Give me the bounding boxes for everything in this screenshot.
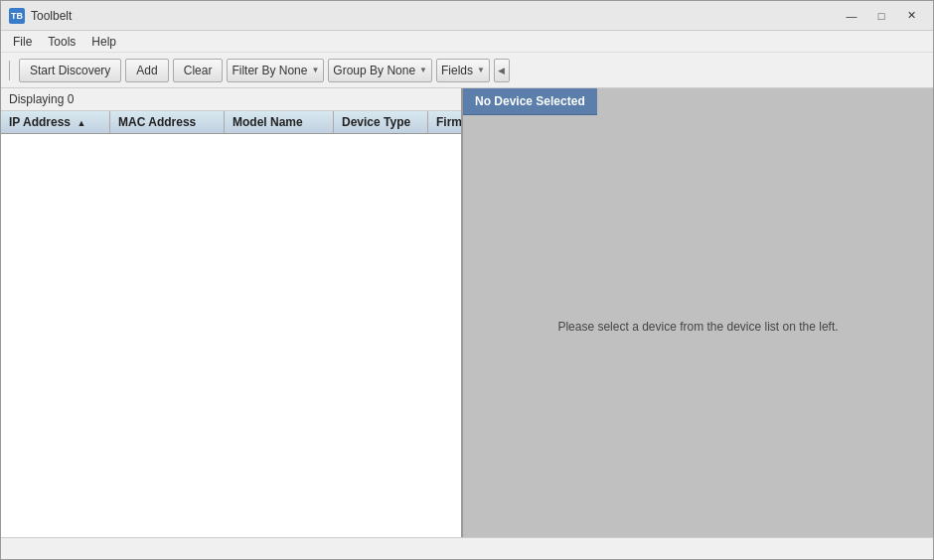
fields-dropdown[interactable]: Fields ▼ <box>436 59 490 82</box>
title-bar: TB Toolbelt — □ ✕ <box>1 1 933 31</box>
start-discovery-button[interactable]: Start Discovery <box>19 59 121 82</box>
menu-help[interactable]: Help <box>83 33 124 51</box>
maximize-button[interactable]: □ <box>867 6 895 26</box>
right-panel: No Device Selected Please select a devic… <box>463 88 933 537</box>
menu-tools[interactable]: Tools <box>40 33 83 51</box>
filter-dropdown[interactable]: Filter By None ▼ <box>227 59 324 82</box>
displaying-label: Displaying 0 <box>1 88 461 111</box>
menu-bar: File Tools Help <box>1 31 933 53</box>
table-header: IP Address ▲ MAC Address Model Name Devi… <box>1 111 461 134</box>
add-button[interactable]: Add <box>125 59 168 82</box>
status-bar <box>1 537 933 559</box>
device-panel-header: No Device Selected <box>463 88 597 115</box>
table-body <box>1 134 461 534</box>
minimize-button[interactable]: — <box>838 6 865 26</box>
close-button[interactable]: ✕ <box>897 6 925 26</box>
col-type[interactable]: Device Type <box>334 111 428 133</box>
left-panel: Displaying 0 IP Address ▲ MAC Address Mo… <box>1 88 463 537</box>
toolbar: Start Discovery Add Clear Filter By None… <box>1 53 933 88</box>
app-window: TB Toolbelt — □ ✕ File Tools Help Start … <box>0 0 934 560</box>
sort-arrow-ip: ▲ <box>77 118 85 128</box>
filter-dropdown-arrow: ▼ <box>311 66 319 74</box>
menu-file[interactable]: File <box>5 33 40 51</box>
window-controls: — □ ✕ <box>838 6 925 26</box>
group-dropdown[interactable]: Group By None ▼ <box>328 59 432 82</box>
toolbar-separator <box>9 61 13 80</box>
app-icon: TB <box>9 8 25 24</box>
device-table: IP Address ▲ MAC Address Model Name Devi… <box>1 111 461 537</box>
toolbar-collapse-button[interactable]: ◀ <box>494 59 510 82</box>
no-device-text: Please select a device from the device l… <box>557 320 838 334</box>
col-firmware[interactable]: Firmware Ve <box>428 111 461 133</box>
main-content: Displaying 0 IP Address ▲ MAC Address Mo… <box>1 88 933 537</box>
col-ip[interactable]: IP Address ▲ <box>1 111 110 133</box>
group-dropdown-arrow: ▼ <box>419 66 427 74</box>
device-panel-body: Please select a device from the device l… <box>463 115 933 537</box>
col-model[interactable]: Model Name <box>225 111 334 133</box>
col-mac[interactable]: MAC Address <box>110 111 225 133</box>
clear-button[interactable]: Clear <box>173 59 224 82</box>
fields-dropdown-arrow: ▼ <box>477 66 485 74</box>
window-title: Toolbelt <box>31 9 838 23</box>
